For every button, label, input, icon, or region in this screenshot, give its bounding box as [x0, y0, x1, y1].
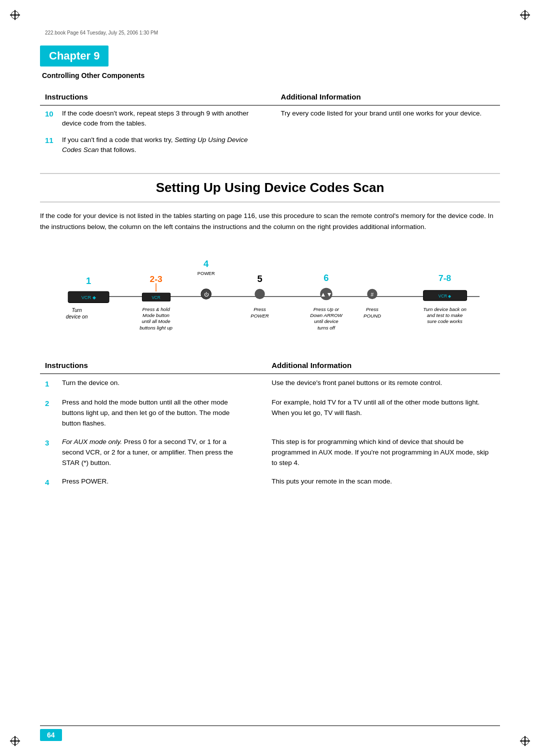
- svg-text:Mode button: Mode button: [142, 312, 170, 318]
- svg-text:until all Mode: until all Mode: [142, 318, 170, 324]
- svg-text:POWER: POWER: [250, 313, 269, 318]
- svg-text:turns off: turns off: [318, 325, 336, 330]
- step-text: If you can't find a code that works try,…: [62, 135, 256, 156]
- step-additional: For example, hold TV for a TV until all …: [252, 394, 500, 433]
- svg-text:4: 4: [204, 258, 209, 269]
- svg-point-18: [254, 289, 264, 299]
- svg-text:Press: Press: [254, 306, 266, 312]
- svg-text:⏻: ⏻: [204, 292, 209, 297]
- svg-text:until device: until device: [314, 318, 338, 324]
- svg-text:Press: Press: [366, 306, 378, 312]
- step-additional: [261, 132, 500, 158]
- intro-paragraph: If the code for your device is not liste…: [40, 210, 500, 232]
- table-row: 1 Turn the device on. Use the device's f…: [40, 374, 500, 394]
- circle-mark-bl: [11, 737, 19, 745]
- svg-text:6: 6: [324, 273, 328, 284]
- second-table-col2-header: Additional Information: [252, 358, 500, 374]
- svg-text:VCR ◆: VCR ◆: [438, 294, 452, 298]
- step-additional: This puts your remote in the scan mode.: [252, 472, 500, 492]
- step-text: If the code doesn't work, repeat steps 3…: [62, 108, 256, 129]
- file-info: 222.book Page 64 Tuesday, July 25, 2006 …: [40, 30, 500, 36]
- step-number: 1: [45, 378, 59, 390]
- step-text: For AUX mode only. Press 0 for a second …: [62, 437, 246, 468]
- svg-text:Turn: Turn: [72, 308, 82, 313]
- section-subtitle: Controlling Other Components: [40, 72, 500, 80]
- second-table-col1-header: Instructions: [40, 358, 252, 374]
- step-additional: Try every code listed for your brand unt…: [261, 106, 500, 132]
- step-number: 2: [45, 398, 59, 429]
- first-instructions-table: Instructions Additional Information 10 I…: [40, 90, 500, 158]
- step-additional: Use the device's front panel buttons or …: [252, 374, 500, 394]
- step-text: Turn the device on.: [62, 378, 120, 390]
- step-number: 4: [45, 476, 59, 488]
- svg-text:VCR: VCR: [152, 296, 160, 300]
- step-text: Press and hold the mode button until all…: [62, 398, 246, 429]
- svg-text:Press Up or: Press Up or: [314, 306, 340, 312]
- diagram-container: VCR ◆ Turn device on 1 VCR 2-3 Press & h…: [40, 244, 500, 344]
- table-row: 3 For AUX mode only. Press 0 for a secon…: [40, 433, 500, 472]
- step-number: 11: [45, 135, 59, 156]
- first-table-col2-header: Additional Information: [261, 90, 500, 106]
- bottom-line: [40, 726, 500, 726]
- main-section-title: Setting Up Using Device Codes Scan: [40, 173, 500, 202]
- table-row: 2 Press and hold the mode button until a…: [40, 394, 500, 433]
- circle-mark-br: [521, 737, 529, 745]
- svg-text:VCR ◆: VCR ◆: [82, 295, 96, 300]
- svg-text:Press & hold: Press & hold: [142, 306, 170, 312]
- table-row: 10 If the code doesn't work, repeat step…: [40, 106, 500, 132]
- circle-mark-tr: [521, 11, 529, 19]
- second-instructions-table: Instructions Additional Information 1 Tu…: [40, 358, 500, 492]
- diagram-svg: VCR ◆ Turn device on 1 VCR 2-3 Press & h…: [40, 244, 500, 344]
- svg-text:device on: device on: [66, 314, 88, 320]
- step-number: 10: [45, 108, 59, 129]
- svg-text:POUND: POUND: [364, 313, 381, 318]
- svg-text:sure code works: sure code works: [427, 318, 462, 324]
- svg-text:Down ARROW: Down ARROW: [310, 312, 342, 318]
- svg-text:POWER: POWER: [198, 271, 215, 276]
- page-number: 64: [40, 729, 62, 741]
- step-text: Press POWER.: [62, 476, 108, 488]
- svg-text:buttons light up: buttons light up: [140, 325, 172, 330]
- chapter-label: Chapter 9: [40, 46, 108, 66]
- page-container: 222.book Page 64 Tuesday, July 25, 2006 …: [0, 0, 540, 756]
- svg-text:Turn device back on: Turn device back on: [423, 306, 466, 312]
- svg-text:2-3: 2-3: [150, 274, 162, 284]
- first-table-col1-header: Instructions: [40, 90, 261, 106]
- circle-mark-tl: [11, 11, 19, 19]
- step-number: 3: [45, 437, 59, 468]
- table-row: 11 If you can't find a code that works t…: [40, 132, 500, 158]
- svg-text:and test to make: and test to make: [427, 312, 463, 318]
- svg-text:5: 5: [257, 274, 262, 284]
- table-row: 4 Press POWER. This puts your remote in …: [40, 472, 500, 492]
- svg-text:1: 1: [86, 276, 91, 286]
- svg-text:#: #: [371, 292, 374, 298]
- step-additional: This step is for programming which kind …: [252, 433, 500, 472]
- svg-text:▲▼: ▲▼: [320, 291, 332, 298]
- svg-text:7-8: 7-8: [438, 274, 451, 284]
